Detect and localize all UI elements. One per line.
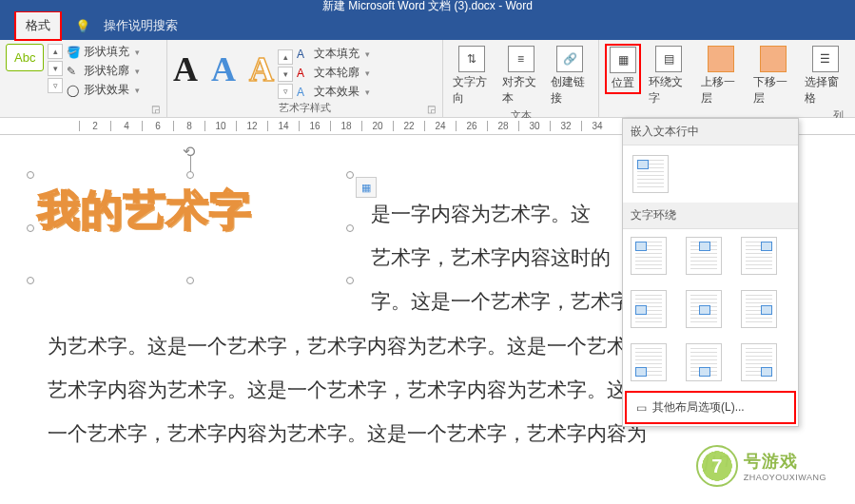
resize-handle[interactable] (346, 277, 354, 284)
bring-forward-icon (708, 46, 734, 72)
style-next-icon[interactable]: ▾ (48, 61, 63, 76)
wrap-text-button[interactable]: ▤ 环绕文字 (645, 44, 693, 108)
send-backward-button[interactable]: 下移一层 (749, 44, 798, 108)
text-effects-button[interactable]: A 文本效果▾ (297, 84, 370, 100)
wordart-object[interactable]: ⟲ ▦ 我的艺术字 (38, 183, 342, 273)
position-option-middle-center[interactable] (686, 290, 722, 328)
resize-handle[interactable] (27, 171, 34, 179)
more-layout-options-item[interactable]: ▭ 其他布局选项(L)... (627, 393, 794, 422)
group-shape-styles: Abc ▴ ▾ ▿ 🪣 形状填充▾ ✎ 形状轮廓▾ ◯ 形状效果▾ (0, 40, 167, 117)
position-option-bottom-left[interactable] (631, 343, 667, 381)
position-option-top-right[interactable] (741, 237, 777, 275)
resize-handle[interactable] (27, 224, 34, 232)
layout-dialog-icon: ▭ (636, 401, 647, 415)
tab-format[interactable]: 格式 (14, 10, 62, 41)
text-fill-icon: A (297, 48, 310, 61)
text-fill-button[interactable]: A 文本填充▾ (297, 46, 370, 62)
watermark-brand: 号游戏 (744, 450, 826, 473)
lightbulb-icon: 💡 (75, 19, 90, 33)
align-text-icon: ≡ (508, 46, 534, 72)
position-option-bottom-center[interactable] (686, 343, 722, 381)
wrap-text-icon: ▤ (655, 46, 682, 72)
position-button[interactable]: ▦ 位置 (605, 44, 641, 94)
title-bar: 新建 Microsoft Word 文档 (3).docx - Word (0, 0, 855, 11)
rotate-handle-icon[interactable]: ⟲ (183, 143, 195, 161)
create-link-button[interactable]: 🔗 创建链接 (547, 44, 593, 108)
layout-options-icon[interactable]: ▦ (356, 177, 377, 198)
resize-handle[interactable] (346, 224, 354, 232)
link-icon: 🔗 (556, 46, 583, 72)
position-dropdown: 嵌入文本行中 文字环绕 ▭ 其他布局选项(L)... (622, 118, 799, 427)
watermark-logo-icon: 7 (696, 445, 738, 487)
resize-handle[interactable] (186, 171, 194, 179)
resize-handle[interactable] (346, 171, 354, 179)
resize-handle[interactable] (186, 277, 194, 284)
shape-fill-button[interactable]: 🪣 形状填充▾ (67, 44, 140, 60)
position-option-bottom-right[interactable] (741, 343, 777, 381)
dropdown-section-inline: 嵌入文本行中 (623, 119, 798, 145)
text-direction-icon: ⇅ (458, 46, 485, 72)
watermark-domain: ZHAOYOUXIWANG (744, 473, 826, 482)
shape-effects-button[interactable]: ◯ 形状效果▾ (67, 82, 140, 98)
selection-pane-icon: ☰ (812, 46, 839, 72)
group-text: ⇅ 文字方向 ≡ 对齐文本 🔗 创建链接 文本 (443, 40, 599, 117)
style-more-icon[interactable]: ▿ (48, 78, 63, 93)
text-direction-button[interactable]: ⇅ 文字方向 (449, 44, 495, 108)
wa-next-icon[interactable]: ▾ (278, 67, 293, 82)
ribbon-tabs: 格式 💡 操作说明搜索 (0, 11, 855, 40)
bring-forward-button[interactable]: 上移一层 (697, 44, 746, 108)
group-wordart-styles: A A A ▴ ▾ ▿ A 文本填充▾ A 文本轮廓▾ A (167, 40, 443, 117)
send-backward-icon (760, 46, 787, 72)
wordart-preset-3[interactable]: A (249, 49, 274, 89)
dialog-launcher-icon[interactable]: ◲ (151, 104, 163, 115)
tell-me-search[interactable]: 操作说明搜索 (104, 17, 178, 34)
position-option-middle-right[interactable] (741, 290, 777, 328)
group-arrange: ▦ 位置 ▤ 环绕文字 上移一层 下移一层 ☰ 选择窗格 列 (599, 40, 855, 117)
paint-bucket-icon: 🪣 (67, 46, 80, 59)
window-title: 新建 Microsoft Word 文档 (3).docx - Word (322, 0, 533, 14)
group-label-wordart: 艺术字样式 (173, 101, 437, 115)
effects-icon: ◯ (67, 84, 80, 97)
dialog-launcher-icon[interactable]: ◲ (427, 104, 438, 115)
wa-prev-icon[interactable]: ▴ (278, 49, 293, 65)
position-option-inline[interactable] (632, 155, 669, 193)
site-watermark: 7 号游戏 ZHAOYOUXIWANG (696, 445, 826, 487)
align-text-button[interactable]: ≡ 对齐文本 (498, 44, 544, 108)
text-effects-icon: A (297, 86, 310, 99)
position-option-middle-left[interactable] (631, 290, 667, 328)
wa-more-icon[interactable]: ▿ (278, 84, 293, 99)
position-option-top-center[interactable] (686, 237, 722, 275)
pen-icon: ✎ (67, 65, 80, 78)
text-outline-button[interactable]: A 文本轮廓▾ (297, 65, 370, 81)
wordart-preset-2[interactable]: A (211, 49, 236, 89)
style-prev-icon[interactable]: ▴ (48, 44, 63, 59)
position-option-top-left[interactable] (631, 237, 667, 275)
position-icon: ▦ (610, 47, 636, 73)
text-outline-icon: A (297, 67, 310, 80)
shape-style-preset[interactable]: Abc (6, 44, 44, 71)
ribbon: Abc ▴ ▾ ▿ 🪣 形状填充▾ ✎ 形状轮廓▾ ◯ 形状效果▾ (0, 40, 855, 118)
shape-outline-button[interactable]: ✎ 形状轮廓▾ (67, 63, 140, 79)
dropdown-section-wrap: 文字环绕 (623, 203, 798, 229)
resize-handle[interactable] (27, 277, 34, 284)
selection-pane-button[interactable]: ☰ 选择窗格 (801, 44, 849, 108)
wordart-preset-1[interactable]: A (173, 49, 198, 89)
